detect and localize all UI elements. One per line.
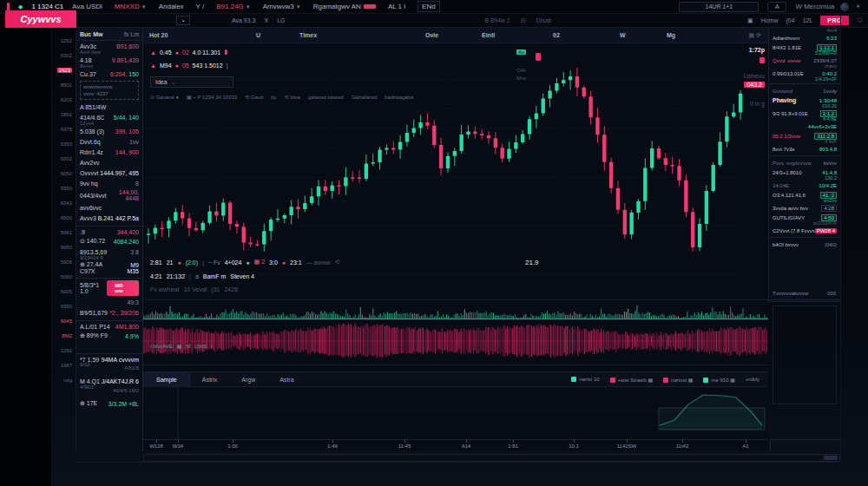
order-row[interactable]: Pvvv. vvgdvvvvwbvvvv [769, 158, 840, 167]
ladder-price[interactable]: 5906 [52, 254, 76, 269]
ladder-price[interactable]: 6375 [52, 122, 76, 136]
watch-row[interactable]: Rdrr1.4z144, 900 [76, 147, 142, 157]
watch-row[interactable]: A.L/01 P144M1,800 [76, 320, 142, 331]
chart-header-col[interactable]: Eintl [482, 32, 495, 38]
layout-box-icon[interactable]: ▪ [176, 16, 190, 25]
bottom-tab[interactable]: Astrix [190, 372, 230, 386]
workspace-tab[interactable]: Ava 93.3 [232, 17, 256, 23]
bottom-tab[interactable]: Astra [267, 372, 306, 386]
ladder-price[interactable]: 6302 [52, 48, 76, 62]
mode-box[interactable]: A [767, 2, 786, 12]
pro-button[interactable]: PRO [820, 16, 849, 25]
avatar[interactable] [840, 3, 849, 11]
watch-row[interactable]: ⊙ 140.724084,240 [76, 236, 142, 246]
watch-row[interactable]: B9/51,679*2:, 39/206 [76, 307, 142, 318]
workspace-tab[interactable]: LG [277, 17, 285, 23]
legend-item[interactable]: nartxst ▦ [663, 377, 693, 383]
ladder-price[interactable]: 6202 [52, 92, 76, 107]
ladder-price[interactable]: 6060 [52, 269, 76, 284]
legend-item[interactable]: +wet Strawb ▦ [610, 377, 654, 383]
ladder-price[interactable]: 6950 [52, 299, 76, 313]
chat-icon[interactable]: 🗨 [857, 17, 863, 23]
watch-row[interactable]: .9344,400 [76, 226, 142, 236]
chart-header-col[interactable]: W [620, 32, 626, 38]
watch-row[interactable]: 9vv hq8 [76, 178, 142, 188]
watch-row[interactable]: A 851/4W [76, 102, 142, 112]
subbar-mid-item[interactable]: Disab [536, 17, 552, 24]
chart-header-col[interactable]: Mg [667, 32, 675, 38]
workspace-tab[interactable]: X [264, 17, 268, 23]
ladder-price[interactable]: 6500 [52, 210, 76, 225]
legend-item[interactable]: me 910 ▦ [703, 377, 734, 383]
ladder-price[interactable]: 1292 [52, 343, 76, 358]
menu-item[interactable]: MNXXD▼ [115, 3, 147, 10]
ladder-price[interactable]: 1292 [52, 33, 76, 48]
ladder-price[interactable]: 6005 [52, 284, 76, 299]
chart-header-col[interactable]: Ovie [425, 32, 438, 38]
order-row[interactable]: 3vvda avvv bvv4:28 [769, 203, 840, 213]
ladder-price[interactable]: 6002 [52, 151, 76, 166]
menu-item[interactable]: AL 1 l [388, 3, 405, 10]
order-row[interactable]: b4OI bvvvv(040) [769, 240, 840, 249]
watch-row[interactable]: 5.038 (3)399, 105 [76, 126, 142, 136]
chart-scrollbar[interactable] [143, 454, 840, 462]
chart-header-col[interactable]: Timex [299, 32, 317, 38]
scrollbar-handle[interactable] [824, 456, 838, 460]
ladder-price[interactable]: 5962 [52, 225, 76, 240]
order-row[interactable]: Gvvtwvd1vvdy [769, 86, 840, 95]
order-row[interactable]: Adlanthvvm6:23 [769, 33, 840, 43]
ladder-price[interactable]: 6350 [52, 136, 76, 151]
menu-item[interactable]: ENd [418, 1, 440, 12]
side-tab[interactable]: Humw [761, 17, 779, 24]
subbar-mid-item[interactable]: ⊟ [521, 17, 526, 24]
watch-row[interactable]: ⊕ 27.4A C97XM9 M35 [76, 260, 142, 275]
watch-row[interactable]: Cu.376:204, 150 [76, 69, 142, 79]
side-tab[interactable]: (04 [786, 17, 795, 24]
brand-logo[interactable]: Cyywvvs [5, 10, 76, 28]
bottom-tab[interactable]: Sample [143, 372, 190, 386]
watch-row[interactable]: 49:3 [76, 297, 142, 307]
ladder-price[interactable]: ndg [52, 372, 76, 387]
watch-row[interactable]: Avvv3B.241 442 P.5a [76, 213, 142, 223]
menu-item[interactable]: Amvwvw3▼ [263, 3, 301, 10]
watch-action-button[interactable]: MR ww [107, 280, 139, 296]
account-label[interactable]: W Mercimua [795, 3, 834, 10]
menu-item[interactable]: Y / [196, 3, 205, 10]
order-row[interactable]: 8vvt 7v3e803.4,8 [769, 144, 840, 154]
ladder-price[interactable]: 6950 [52, 181, 76, 195]
watch-row[interactable]: Dvvt.6q1vv [76, 136, 142, 147]
ladder-price[interactable]: 8501 [52, 77, 76, 92]
bottom-tab[interactable]: Argw [229, 372, 267, 386]
ladder-price[interactable]: 9050 [52, 240, 76, 254]
menu-item[interactable]: Rgamatgwv AN [313, 3, 376, 10]
watch-row[interactable]: 0443/4vvt144,00, 4448 [76, 188, 142, 202]
watch-row[interactable]: Ovvvvt1444.997, 495 [76, 167, 142, 178]
chart-header-col[interactable]: U [256, 32, 260, 38]
ladder-price[interactable]: 6045 [52, 313, 76, 328]
watch-row[interactable]: ⊕ 89% F94.9% [76, 331, 142, 341]
volume-pane[interactable] [143, 299, 768, 319]
ladder-price[interactable]: 2423 [52, 62, 76, 77]
watch-row[interactable]: Avv2vv [76, 157, 142, 167]
menu-item[interactable]: Ava USDl [72, 3, 102, 10]
ladder-price[interactable]: 8M2 [52, 328, 76, 343]
chart-header-col[interactable]: 02 [553, 32, 560, 38]
watch-row[interactable]: ⊕ 17E3/3.2M +8L [76, 398, 142, 409]
order-row[interactable]: C2Vvvt (7.8 FvvvvPW28 4 [769, 226, 840, 235]
subbar-mid-item[interactable]: B 894w 2 [484, 17, 510, 24]
bottom-chart[interactable] [143, 387, 768, 439]
ladder-price[interactable]: 6050 [52, 166, 76, 181]
watch-row[interactable]: avv6vvc [76, 202, 142, 213]
watch-row[interactable]: 5/8/3*1 1.0MR ww [76, 278, 142, 297]
menu-item[interactable]: Andalex [159, 3, 184, 10]
order-row[interactable]: 44vv6+3v3E [769, 122, 840, 131]
legend-item[interactable]: nartxt 10 [571, 377, 599, 382]
chart-header-col[interactable]: Hot 20 [149, 32, 168, 38]
chart-header-icons[interactable]: ▦ ⟳ [749, 32, 761, 39]
oscillator-pane[interactable] [143, 319, 768, 363]
ladder-price[interactable]: 1987 [52, 358, 76, 372]
order-row[interactable]: 14.04E10/4.2E [769, 181, 840, 190]
search-input[interactable]: 14UR 1+1 [679, 2, 759, 12]
ladder-price[interactable]: 6342 [52, 195, 76, 210]
menu-item[interactable]: B91.24G▼ [216, 3, 251, 10]
